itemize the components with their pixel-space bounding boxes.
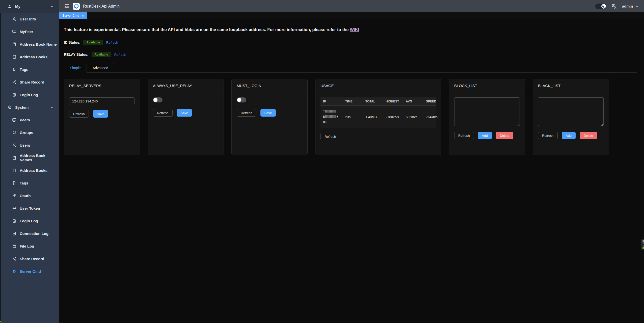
sidebar-item-label: User Info xyxy=(20,17,36,21)
sidebar-item-system-user-token[interactable]: User Token xyxy=(0,202,59,214)
tab-simple[interactable]: Simple xyxy=(64,63,87,72)
card-must-login: MUST_LOGIN Refresh Save xyxy=(231,79,308,155)
rustdesk-logo-icon xyxy=(73,3,80,10)
usage-refresh-button[interactable]: Refresh xyxy=(320,133,340,140)
card-title: MUST_LOGIN xyxy=(232,79,307,92)
sidebar-group-system[interactable]: System xyxy=(0,101,59,114)
dark-mode-toggle[interactable] xyxy=(595,4,606,9)
tab-server-cmd[interactable]: Server Cmd × xyxy=(59,12,87,19)
monitor-icon xyxy=(12,30,16,34)
relay-servers-refresh-button[interactable]: Refresh xyxy=(69,110,89,118)
wiki-link[interactable]: WIKI xyxy=(350,27,359,32)
usage-ip-line: 56 xyxy=(323,114,343,120)
block-list-add-button[interactable]: Add xyxy=(478,132,492,139)
must-login-save-button[interactable]: Save xyxy=(260,109,276,117)
sidebar-item-system-server-cmd[interactable]: Server Cmd xyxy=(0,265,59,278)
must-login-refresh-button[interactable]: Refresh xyxy=(237,109,256,117)
menu-fold-icon[interactable] xyxy=(64,4,69,8)
relay-status-refresh-link[interactable]: Refresh xyxy=(114,53,126,57)
usage-table: IPTIMETOTALHIGHESTAVGSPEED ::.5664: 23s … xyxy=(320,97,436,128)
always-use-relay-refresh-button[interactable]: Refresh xyxy=(153,109,173,117)
sidebar-item-my-login-log[interactable]: Login Log xyxy=(0,88,59,101)
notice-text: This feature is experimental. Please ens… xyxy=(64,27,350,32)
card-black-list: BLACK_LIST Refresh Add Delete xyxy=(533,79,609,155)
sidebar-item-system-file-log[interactable]: File Log xyxy=(0,240,59,252)
id-status-badge: Available xyxy=(84,40,103,45)
clipboard-icon xyxy=(12,93,16,97)
sidebar-item-system-address-book-names[interactable]: Address Book Names xyxy=(0,151,59,164)
bookmark-icon xyxy=(12,181,16,185)
relay-status-row: RELAY Status: Available Refresh xyxy=(64,51,637,58)
relay-servers-input[interactable] xyxy=(69,97,135,105)
block-list-refresh-button[interactable]: Refresh xyxy=(454,132,474,139)
sidebar-item-system-share-record[interactable]: Share Record xyxy=(0,252,59,265)
black-list-add-button[interactable]: Add xyxy=(562,132,576,139)
usage-total-cell: 1.40MB xyxy=(363,106,383,128)
minimap-stripe xyxy=(642,248,644,249)
relay-status-badge: Available xyxy=(92,52,111,57)
table-row: ::.5664: 23s 1.40MB 2780kb/s 505kb/s 764… xyxy=(320,106,436,128)
black-list-textarea[interactable] xyxy=(538,97,604,126)
card-title: BLOCK_LIST xyxy=(449,79,525,92)
sidebar-item-system-connection-log[interactable]: Connection Log xyxy=(0,227,59,240)
sidebar-item-system-tags[interactable]: Tags xyxy=(0,177,59,189)
topbar: RustDesk Api Admin A admin xyxy=(59,0,644,12)
always-use-relay-toggle[interactable] xyxy=(153,97,163,102)
chevron-up-icon xyxy=(50,4,54,9)
black-list-refresh-button[interactable]: Refresh xyxy=(538,132,558,139)
sidebar-item-system-oauth[interactable]: Oauth xyxy=(0,189,59,202)
sidebar-item-label: Address Book Names xyxy=(20,153,59,162)
minimap-stripe xyxy=(642,245,644,245)
sidebar-item-label: Share Record xyxy=(20,80,44,84)
user-menu[interactable]: admin xyxy=(622,4,638,8)
translate-icon[interactable]: A xyxy=(611,4,617,9)
person-icon xyxy=(8,4,12,9)
user-icon xyxy=(12,17,16,21)
sidebar-item-system-peers[interactable]: Peers xyxy=(0,114,59,126)
bookmark-icon xyxy=(12,67,16,72)
sidebar: MyUser InfoMyPeerAddress Book NameAddres… xyxy=(0,0,59,323)
block-list-delete-button[interactable]: Delete xyxy=(496,132,514,139)
gear-filled-icon xyxy=(12,269,16,274)
tab-advanced[interactable]: Advanced xyxy=(87,63,114,72)
must-login-toggle[interactable] xyxy=(237,97,246,102)
sidebar-item-label: Connection Log xyxy=(20,231,48,236)
scroll-minimap-overlay[interactable] xyxy=(641,239,644,250)
sidebar-item-label: Server Cmd xyxy=(20,269,41,274)
sidebar-item-label: Address Books xyxy=(20,168,47,173)
usage-speed-cell: 764kb/s xyxy=(423,106,436,128)
close-icon[interactable]: × xyxy=(82,14,84,17)
card-relay-servers: RELAY_SERVERS Refresh Save xyxy=(64,79,140,155)
usage-col-ip: IP xyxy=(320,97,343,106)
sidebar-item-system-address-books[interactable]: Address Books xyxy=(0,164,59,177)
minimap-stripe xyxy=(642,241,644,242)
usage-highest-cell: 2780kb/s xyxy=(383,106,403,128)
redacted-block xyxy=(325,110,336,113)
chevron-up-icon xyxy=(50,105,54,110)
book-icon xyxy=(12,42,16,46)
black-list-delete-button[interactable]: Delete xyxy=(580,132,597,139)
usage-col-time: TIME xyxy=(343,97,363,106)
id-status-refresh-link[interactable]: Refresh xyxy=(106,41,118,44)
sidebar-item-my-mypeer[interactable]: MyPeer xyxy=(0,25,59,38)
corner-indicator-dot xyxy=(0,321,1,322)
sidebar-item-my-address-book-name[interactable]: Address Book Name xyxy=(0,38,59,50)
always-use-relay-save-button[interactable]: Save xyxy=(177,109,192,117)
sidebar-item-my-tags[interactable]: Tags xyxy=(0,63,59,76)
sidebar-group-my[interactable]: My xyxy=(0,0,59,13)
sidebar-group-label: My xyxy=(15,4,20,9)
relay-servers-save-button[interactable]: Save xyxy=(93,110,109,118)
block-list-textarea[interactable] xyxy=(454,97,520,126)
sidebar-item-system-users[interactable]: Users xyxy=(0,139,59,151)
sidebar-item-my-address-books[interactable]: Address Books xyxy=(0,50,59,63)
card-title: ALWAYS_USE_RELAY xyxy=(148,79,224,92)
usage-ip-cell: ::.5664: xyxy=(320,106,343,128)
sidebar-item-system-groups[interactable]: Groups xyxy=(0,126,59,139)
sidebar-item-label: Login Log xyxy=(20,219,38,223)
sidebar-item-system-login-log[interactable]: Login Log xyxy=(0,214,59,227)
sidebar-item-my-share-record[interactable]: Share Record xyxy=(0,76,59,88)
notebook-icon xyxy=(12,55,16,59)
sidebar-item-my-user-info[interactable]: User Info xyxy=(0,13,59,25)
sidebar-item-label: Tags xyxy=(20,181,28,185)
book-icon xyxy=(12,156,16,160)
